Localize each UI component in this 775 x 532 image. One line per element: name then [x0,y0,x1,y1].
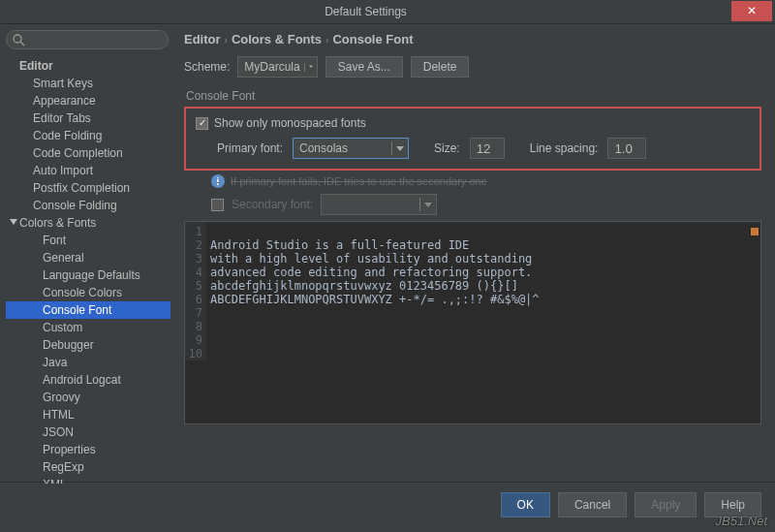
tree-item-editor[interactable]: Editor [6,57,170,75]
tree-item[interactable]: Properties [6,441,170,458]
tree-group-colors-fonts[interactable]: Colors & Fonts [6,214,170,232]
svg-marker-2 [10,219,17,225]
tree-item[interactable]: Font [6,232,170,249]
tree-item[interactable]: JSON [6,423,170,441]
tree-item[interactable]: Console Folding [6,197,170,214]
close-icon: ✕ [747,4,757,17]
warning-marker [751,228,759,235]
delete-button[interactable]: Delete [411,56,470,78]
font-preview[interactable]: 12345678910 Android Studio is a full-fea… [184,221,761,424]
size-label: Size: [434,141,460,155]
search-box [6,30,170,49]
tree-item[interactable]: Console Colors [6,284,170,301]
primary-font-label: Primary font: [217,141,283,155]
svg-line-1 [20,42,24,46]
tree-item[interactable]: Custom [6,319,170,336]
hint-text: i If primary font fails, IDE tries to us… [211,174,761,188]
breadcrumb: Editor›Colors & Fonts›Console Font [184,32,761,47]
tree-item[interactable]: Groovy [6,389,170,406]
tree-item[interactable]: Debugger [6,336,170,354]
svg-point-0 [14,35,21,43]
tree-item[interactable]: Auto Import [6,162,170,179]
tree-item[interactable]: General [6,249,170,266]
chevron-down-icon [419,198,432,211]
secondary-font-checkbox[interactable] [211,199,224,211]
line-spacing-input[interactable] [607,138,646,159]
search-icon [12,33,25,47]
ok-button[interactable]: OK [501,492,550,517]
size-input[interactable] [470,138,505,159]
preview-code: Android Studio is a full-featured IDEwit… [185,222,760,333]
search-input[interactable] [6,30,169,49]
tree-item[interactable]: Smart Keys [6,75,170,92]
section-label: Console Font [184,89,761,103]
window-title: Default Settings [0,5,731,18]
cancel-button[interactable]: Cancel [558,492,627,517]
svg-marker-3 [309,66,313,69]
tree-item[interactable]: Editor Tabs [6,110,170,127]
info-icon: i [211,174,225,188]
line-spacing-label: Line spacing: [530,141,599,155]
settings-tree[interactable]: Editor Smart Keys Appearance Editor Tabs… [6,57,170,484]
chevron-down-icon [304,63,313,72]
close-button[interactable]: ✕ [731,1,772,21]
tree-item[interactable]: Android Logcat [6,371,170,389]
chevron-down-icon [10,219,17,227]
preview-gutter: 12345678910 [185,222,206,360]
svg-marker-5 [424,203,432,207]
apply-button[interactable]: Apply [635,492,697,517]
chevron-down-icon [391,141,404,155]
tree-item[interactable]: RegExp [6,458,170,476]
secondary-font-dropdown[interactable] [321,194,437,215]
primary-font-group: ✓ Show only monospaced fonts Primary fon… [184,107,761,171]
tree-item-console-font[interactable]: Console Font [6,301,170,319]
scheme-dropdown[interactable]: MyDarcula [237,56,317,78]
scheme-label: Scheme: [184,60,230,74]
primary-font-dropdown[interactable]: Consolas [293,138,409,159]
save-as-button[interactable]: Save As... [326,56,403,78]
tree-item[interactable]: Code Completion [6,144,170,162]
tree-item[interactable]: Postfix Completion [6,179,170,197]
watermark: JB51.Net [716,514,767,528]
tree-item[interactable]: XML [6,476,170,484]
tree-item[interactable]: Code Folding [6,127,170,144]
tree-item[interactable]: HTML [6,406,170,423]
tree-item[interactable]: Appearance [6,92,170,110]
tree-item[interactable]: Language Defaults [6,266,170,284]
secondary-font-label: Secondary font: [232,198,313,211]
tree-item[interactable]: Java [6,354,170,371]
show-monospaced-checkbox[interactable]: ✓ [196,117,208,130]
show-monospaced-label: Show only monospaced fonts [214,116,366,130]
svg-marker-4 [396,146,404,151]
